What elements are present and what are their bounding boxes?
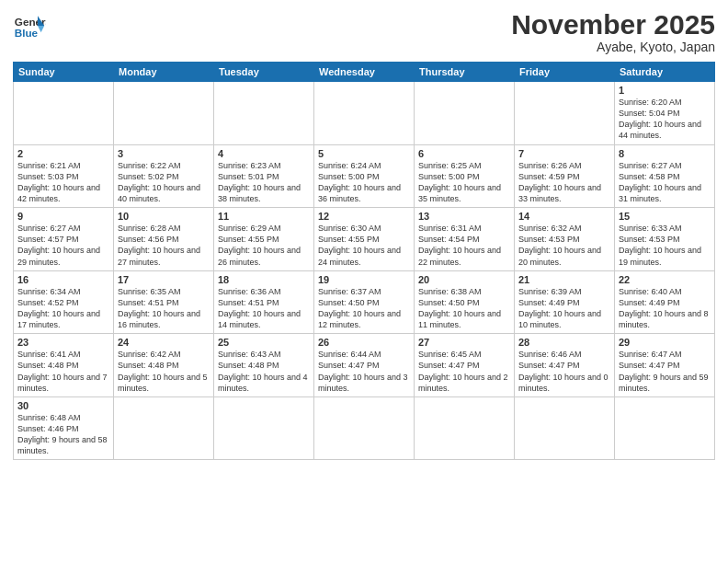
day-number: 22: [619, 274, 711, 285]
page-header: General Blue November 2025 Ayabe, Kyoto,…: [13, 9, 715, 54]
day-info: Sunrise: 6:41 AM Sunset: 4:48 PM Dayligh…: [17, 349, 109, 394]
day-number: 27: [418, 337, 510, 348]
day-number: 21: [518, 274, 610, 285]
table-row: 30Sunrise: 6:48 AM Sunset: 4:46 PM Dayli…: [14, 396, 114, 460]
calendar-week-row: 16Sunrise: 6:34 AM Sunset: 4:52 PM Dayli…: [14, 270, 715, 334]
calendar-table: Sunday Monday Tuesday Wednesday Thursday…: [13, 62, 715, 460]
day-info: Sunrise: 6:45 AM Sunset: 4:47 PM Dayligh…: [418, 349, 510, 394]
day-number: 8: [619, 148, 711, 159]
table-row: [214, 82, 314, 145]
table-row: 24Sunrise: 6:42 AM Sunset: 4:48 PM Dayli…: [114, 334, 214, 397]
day-info: Sunrise: 6:47 AM Sunset: 4:47 PM Dayligh…: [619, 349, 711, 394]
day-info: Sunrise: 6:30 AM Sunset: 4:55 PM Dayligh…: [318, 223, 410, 268]
day-number: 13: [418, 211, 510, 222]
day-number: 20: [418, 274, 510, 285]
col-tuesday: Tuesday: [214, 63, 314, 82]
day-number: 24: [118, 337, 210, 348]
table-row: 11Sunrise: 6:29 AM Sunset: 4:55 PM Dayli…: [214, 208, 314, 271]
table-row: 21Sunrise: 6:39 AM Sunset: 4:49 PM Dayli…: [515, 270, 615, 334]
table-row: 27Sunrise: 6:45 AM Sunset: 4:47 PM Dayli…: [415, 334, 515, 397]
day-info: Sunrise: 6:22 AM Sunset: 5:02 PM Dayligh…: [118, 160, 210, 205]
day-info: Sunrise: 6:27 AM Sunset: 4:57 PM Dayligh…: [17, 223, 109, 268]
table-row: 2Sunrise: 6:21 AM Sunset: 5:03 PM Daylig…: [14, 144, 114, 208]
day-info: Sunrise: 6:42 AM Sunset: 4:48 PM Dayligh…: [118, 349, 210, 394]
calendar-week-row: 1Sunrise: 6:20 AM Sunset: 5:04 PM Daylig…: [14, 82, 715, 145]
table-row: [314, 82, 415, 145]
day-info: Sunrise: 6:21 AM Sunset: 5:03 PM Dayligh…: [17, 160, 109, 205]
day-number: 9: [17, 211, 109, 222]
col-thursday: Thursday: [415, 63, 515, 82]
table-row: 12Sunrise: 6:30 AM Sunset: 4:55 PM Dayli…: [314, 208, 415, 271]
table-row: 25Sunrise: 6:43 AM Sunset: 4:48 PM Dayli…: [214, 334, 314, 397]
month-title: November 2025: [511, 9, 715, 40]
day-number: 26: [318, 337, 410, 348]
table-row: 14Sunrise: 6:32 AM Sunset: 4:53 PM Dayli…: [515, 208, 615, 271]
day-info: Sunrise: 6:37 AM Sunset: 4:50 PM Dayligh…: [318, 286, 410, 331]
day-info: Sunrise: 6:27 AM Sunset: 4:58 PM Dayligh…: [619, 160, 711, 205]
table-row: 13Sunrise: 6:31 AM Sunset: 4:54 PM Dayli…: [415, 208, 515, 271]
calendar-week-row: 2Sunrise: 6:21 AM Sunset: 5:03 PM Daylig…: [14, 144, 715, 208]
day-info: Sunrise: 6:34 AM Sunset: 4:52 PM Dayligh…: [17, 286, 109, 331]
day-info: Sunrise: 6:28 AM Sunset: 4:56 PM Dayligh…: [118, 223, 210, 268]
table-row: 29Sunrise: 6:47 AM Sunset: 4:47 PM Dayli…: [615, 334, 715, 397]
table-row: 17Sunrise: 6:35 AM Sunset: 4:51 PM Dayli…: [114, 270, 214, 334]
day-number: 5: [318, 148, 410, 159]
table-row: 4Sunrise: 6:23 AM Sunset: 5:01 PM Daylig…: [214, 144, 314, 208]
day-number: 18: [218, 274, 310, 285]
table-row: 18Sunrise: 6:36 AM Sunset: 4:51 PM Dayli…: [214, 270, 314, 334]
day-info: Sunrise: 6:48 AM Sunset: 4:46 PM Dayligh…: [17, 412, 109, 457]
day-info: Sunrise: 6:32 AM Sunset: 4:53 PM Dayligh…: [518, 223, 610, 268]
day-info: Sunrise: 6:44 AM Sunset: 4:47 PM Dayligh…: [318, 349, 410, 394]
table-row: 19Sunrise: 6:37 AM Sunset: 4:50 PM Dayli…: [314, 270, 415, 334]
day-number: 2: [17, 148, 109, 159]
location: Ayabe, Kyoto, Japan: [511, 40, 715, 54]
col-saturday: Saturday: [615, 63, 715, 82]
day-info: Sunrise: 6:24 AM Sunset: 5:00 PM Dayligh…: [318, 160, 410, 205]
table-row: [214, 396, 314, 460]
svg-marker-3: [38, 26, 44, 32]
day-info: Sunrise: 6:40 AM Sunset: 4:49 PM Dayligh…: [619, 286, 711, 331]
day-number: 1: [619, 85, 711, 96]
table-row: 22Sunrise: 6:40 AM Sunset: 4:49 PM Dayli…: [615, 270, 715, 334]
table-row: [314, 396, 415, 460]
day-info: Sunrise: 6:20 AM Sunset: 5:04 PM Dayligh…: [619, 97, 711, 142]
col-wednesday: Wednesday: [314, 63, 415, 82]
day-number: 29: [619, 337, 711, 348]
title-block: November 2025 Ayabe, Kyoto, Japan: [511, 9, 715, 54]
calendar-week-row: 23Sunrise: 6:41 AM Sunset: 4:48 PM Dayli…: [14, 334, 715, 397]
table-row: [515, 82, 615, 145]
day-info: Sunrise: 6:31 AM Sunset: 4:54 PM Dayligh…: [418, 223, 510, 268]
day-info: Sunrise: 6:36 AM Sunset: 4:51 PM Dayligh…: [218, 286, 310, 331]
table-row: [114, 396, 214, 460]
table-row: 28Sunrise: 6:46 AM Sunset: 4:47 PM Dayli…: [515, 334, 615, 397]
table-row: [415, 396, 515, 460]
table-row: 8Sunrise: 6:27 AM Sunset: 4:58 PM Daylig…: [615, 144, 715, 208]
table-row: 15Sunrise: 6:33 AM Sunset: 4:53 PM Dayli…: [615, 208, 715, 271]
day-number: 25: [218, 337, 310, 348]
table-row: [615, 396, 715, 460]
table-row: [114, 82, 214, 145]
day-info: Sunrise: 6:38 AM Sunset: 4:50 PM Dayligh…: [418, 286, 510, 331]
day-number: 6: [418, 148, 510, 159]
day-info: Sunrise: 6:29 AM Sunset: 4:55 PM Dayligh…: [218, 223, 310, 268]
table-row: [14, 82, 114, 145]
day-number: 28: [518, 337, 610, 348]
day-number: 23: [17, 337, 109, 348]
table-row: 20Sunrise: 6:38 AM Sunset: 4:50 PM Dayli…: [415, 270, 515, 334]
day-number: 10: [118, 211, 210, 222]
day-info: Sunrise: 6:23 AM Sunset: 5:01 PM Dayligh…: [218, 160, 310, 205]
table-row: 3Sunrise: 6:22 AM Sunset: 5:02 PM Daylig…: [114, 144, 214, 208]
table-row: 23Sunrise: 6:41 AM Sunset: 4:48 PM Dayli…: [14, 334, 114, 397]
day-info: Sunrise: 6:43 AM Sunset: 4:48 PM Dayligh…: [218, 349, 310, 394]
table-row: [415, 82, 515, 145]
table-row: 9Sunrise: 6:27 AM Sunset: 4:57 PM Daylig…: [14, 208, 114, 271]
logo: General Blue: [13, 9, 46, 42]
day-number: 7: [518, 148, 610, 159]
day-number: 11: [218, 211, 310, 222]
calendar-week-row: 30Sunrise: 6:48 AM Sunset: 4:46 PM Dayli…: [14, 396, 715, 460]
table-row: 1Sunrise: 6:20 AM Sunset: 5:04 PM Daylig…: [615, 82, 715, 145]
calendar-week-row: 9Sunrise: 6:27 AM Sunset: 4:57 PM Daylig…: [14, 208, 715, 271]
calendar-header-row: Sunday Monday Tuesday Wednesday Thursday…: [14, 63, 715, 82]
day-number: 14: [518, 211, 610, 222]
day-info: Sunrise: 6:33 AM Sunset: 4:53 PM Dayligh…: [619, 223, 711, 268]
